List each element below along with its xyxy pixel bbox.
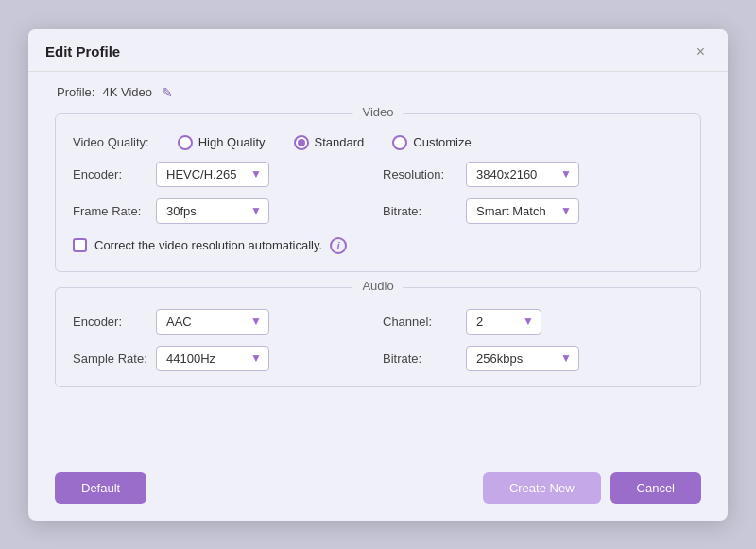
samplerate-col: Sample Rate: 44100Hz 48000Hz 22050Hz 960… <box>73 346 373 371</box>
framerate-select-wrap: 30fps 24fps 60fps 120fps ▼ <box>156 198 269 224</box>
audio-bitrate-label: Bitrate: <box>383 352 458 366</box>
default-button[interactable]: Default <box>55 472 146 504</box>
cancel-button[interactable]: Cancel <box>610 472 701 504</box>
audio-bitrate-select[interactable]: 256kbps 128kbps 192kbps 320kbps <box>466 346 579 371</box>
video-quality-row: Video Quality: High Quality Standard Cus… <box>73 135 683 150</box>
radio-standard-inner <box>298 139 305 146</box>
audio-encoder-select-wrap: AAC MP3 AC3 FLAC ▼ <box>156 309 269 335</box>
radio-customize-outer <box>392 135 407 150</box>
checkbox-label: Correct the video resolution automatical… <box>94 238 322 252</box>
audio-bitrate-col: Bitrate: 256kbps 128kbps 192kbps 320kbps… <box>383 346 683 371</box>
channel-select-wrap: 2 1 6 ▼ <box>466 309 541 335</box>
footer: Default Create New Cancel <box>28 467 728 521</box>
channel-select[interactable]: 2 1 6 <box>466 309 541 335</box>
info-icon[interactable]: i <box>330 237 347 254</box>
create-new-button[interactable]: Create New <box>483 472 601 504</box>
audio-encoder-label: Encoder: <box>73 315 148 329</box>
framerate-select[interactable]: 30fps 24fps 60fps 120fps <box>156 198 269 224</box>
radio-standard-outer <box>294 135 309 150</box>
audio-section: Audio Encoder: AAC MP3 AC3 FLAC ▼ <box>55 287 701 387</box>
video-quality-label: Video Quality: <box>73 135 149 149</box>
audio-encoder-col: Encoder: AAC MP3 AC3 FLAC ▼ <box>73 309 373 335</box>
resolution-col: Resolution: 3840x2160 1920x1080 1280x720… <box>383 162 683 187</box>
edit-profile-dialog: Edit Profile × Profile: 4K Video ✎ Video… <box>28 29 728 521</box>
video-section: Video Video Quality: High Quality Standa… <box>55 113 701 272</box>
video-section-title: Video <box>352 105 403 119</box>
samplerate-audiobitrate-row: Sample Rate: 44100Hz 48000Hz 22050Hz 960… <box>73 346 683 371</box>
samplerate-select-wrap: 44100Hz 48000Hz 22050Hz 96000Hz ▼ <box>156 346 269 371</box>
encoder-col: Encoder: HEVC/H.265 H.264 MPEG-4 VP9 ▼ <box>73 162 373 187</box>
framerate-bitrate-row: Frame Rate: 30fps 24fps 60fps 120fps ▼ B… <box>73 198 683 224</box>
radio-standard[interactable]: Standard <box>294 135 365 150</box>
encoder-resolution-row: Encoder: HEVC/H.265 H.264 MPEG-4 VP9 ▼ R… <box>73 162 683 187</box>
close-button[interactable]: × <box>691 43 711 61</box>
checkbox-row: Correct the video resolution automatical… <box>73 237 683 254</box>
framerate-col: Frame Rate: 30fps 24fps 60fps 120fps ▼ <box>73 198 373 224</box>
resolution-select[interactable]: 3840x2160 1920x1080 1280x720 720x480 <box>466 162 579 187</box>
bitrate-col: Bitrate: Smart Match Custom 8Mbps 16Mbps… <box>383 198 683 224</box>
video-bitrate-select[interactable]: Smart Match Custom 8Mbps 16Mbps <box>466 198 579 224</box>
edit-profile-icon[interactable]: ✎ <box>162 85 173 100</box>
footer-right: Create New Cancel <box>483 472 701 504</box>
video-bitrate-select-wrap: Smart Match Custom 8Mbps 16Mbps ▼ <box>466 198 579 224</box>
encoder-select[interactable]: HEVC/H.265 H.264 MPEG-4 VP9 <box>156 162 269 187</box>
radio-high-quality[interactable]: High Quality <box>178 135 266 150</box>
radio-high-quality-outer <box>178 135 193 150</box>
radio-customize[interactable]: Customize <box>392 135 471 150</box>
auto-resolution-checkbox[interactable] <box>73 238 87 252</box>
samplerate-label: Sample Rate: <box>73 352 148 366</box>
channel-label: Channel: <box>383 315 458 329</box>
profile-name: 4K Video <box>102 85 152 99</box>
audio-encoder-channel-row: Encoder: AAC MP3 AC3 FLAC ▼ Channel: <box>73 309 683 335</box>
profile-label: Profile: <box>57 85 94 99</box>
encoder-label: Encoder: <box>73 167 148 181</box>
profile-row: Profile: 4K Video ✎ <box>57 85 701 100</box>
channel-col: Channel: 2 1 6 ▼ <box>383 309 683 335</box>
resolution-label: Resolution: <box>383 167 458 181</box>
dialog-title: Edit Profile <box>45 43 120 60</box>
radio-customize-label: Customize <box>413 135 471 149</box>
resolution-select-wrap: 3840x2160 1920x1080 1280x720 720x480 ▼ <box>466 162 579 187</box>
samplerate-select[interactable]: 44100Hz 48000Hz 22050Hz 96000Hz <box>156 346 269 371</box>
title-bar: Edit Profile × <box>28 29 728 72</box>
audio-bitrate-select-wrap: 256kbps 128kbps 192kbps 320kbps ▼ <box>466 346 579 371</box>
framerate-label: Frame Rate: <box>73 204 148 218</box>
audio-encoder-select[interactable]: AAC MP3 AC3 FLAC <box>156 309 269 335</box>
radio-standard-label: Standard <box>315 135 365 149</box>
audio-section-title: Audio <box>352 279 403 293</box>
bitrate-label: Bitrate: <box>383 204 458 218</box>
dialog-body: Profile: 4K Video ✎ Video Video Quality:… <box>28 72 728 467</box>
encoder-select-wrap: HEVC/H.265 H.264 MPEG-4 VP9 ▼ <box>156 162 269 187</box>
radio-high-quality-label: High Quality <box>198 135 266 149</box>
